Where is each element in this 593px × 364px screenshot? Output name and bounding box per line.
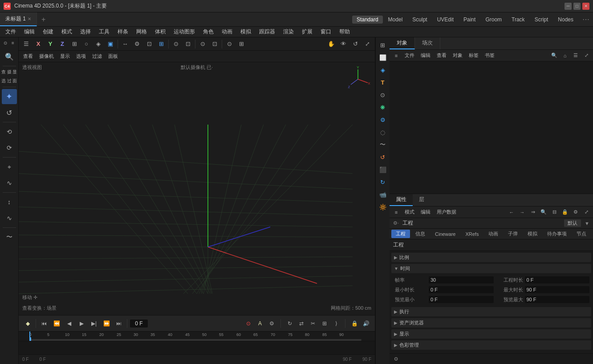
timeline-track[interactable]	[19, 341, 375, 354]
menu-window[interactable]: 窗口	[317, 27, 335, 36]
prop-val-premin[interactable]: 0 F	[429, 296, 494, 303]
vp-anim-btn[interactable]: ⊙	[170, 39, 182, 49]
mode-groom[interactable]: Groom	[481, 16, 506, 24]
prop-tb-settings[interactable]: ⚙	[571, 208, 581, 217]
sub-panel-btn[interactable]: 面板	[106, 52, 121, 61]
rt-deformer-icon[interactable]: ◌	[377, 126, 389, 138]
vp-ref-btn[interactable]: ◈	[93, 39, 104, 49]
vp-z-btn[interactable]: Z	[57, 39, 68, 49]
rt-text-icon[interactable]: T	[377, 77, 389, 88]
rt-viewport-icon[interactable]: ⊞	[377, 39, 389, 51]
vp-render-btn[interactable]: ⊙	[197, 39, 208, 49]
sub-cam-btn[interactable]: 摄像机	[37, 52, 57, 61]
snap-btn[interactable]: ⌖	[2, 159, 17, 174]
search-button[interactable]: 🔍	[2, 49, 17, 64]
tab-layer[interactable]: 层	[413, 194, 431, 206]
tl-sync2-btn[interactable]: ⇄	[296, 318, 307, 329]
prop-tb-edit[interactable]: 编辑	[418, 208, 433, 216]
mode-sculpt[interactable]: Sculpt	[408, 16, 431, 24]
prop-tb-lock[interactable]: 🔒	[560, 208, 570, 217]
rt-cube-icon[interactable]: ⬜	[377, 52, 389, 63]
filt-btn[interactable]: 过	[7, 77, 12, 85]
mode-uvedit[interactable]: UVEdit	[433, 16, 458, 24]
menu-animation[interactable]: 动画	[218, 27, 236, 36]
vp-rot-btn[interactable]: ⚙	[131, 39, 143, 49]
pnl-btn[interactable]: 面	[12, 77, 17, 85]
rt-spline-icon[interactable]: 〜	[377, 139, 389, 150]
menu-mode[interactable]: 模式	[58, 27, 76, 36]
prop-group-time-header[interactable]: ▼ 时间	[391, 264, 591, 273]
tl-settings-btn[interactable]: ⚙	[266, 318, 277, 329]
mode-standard[interactable]: Standard	[352, 16, 383, 24]
viewport[interactable]: .grid-line { stroke: #2a3a2a; stroke-wid…	[19, 62, 375, 315]
tl-lock-btn[interactable]: 🔒	[349, 318, 360, 329]
disp-btn[interactable]: 显	[12, 68, 17, 76]
menu-tracker[interactable]: 跟踪器	[256, 27, 279, 36]
prop-tb-menu[interactable]: ≡	[391, 208, 401, 217]
tab-close-icon[interactable]: ✕	[28, 16, 31, 21]
obj-tb-menu[interactable]: ≡	[391, 51, 401, 60]
tab-object[interactable]: 对象	[390, 37, 415, 49]
rotate-mode-btn[interactable]: ↺	[2, 105, 17, 120]
prop-group-asset-header[interactable]: ▶ 资产浏览器	[391, 318, 591, 328]
view-btn[interactable]: 查	[1, 68, 6, 76]
obj-tb-search[interactable]: 🔍	[549, 51, 559, 60]
vp-world-btn[interactable]: ⊞	[69, 39, 80, 49]
paint-btn[interactable]: ∿	[2, 175, 17, 190]
prop-mode-bullet[interactable]: 子弹	[504, 230, 522, 238]
mode-track[interactable]: Track	[507, 16, 529, 24]
obj-tb-layer[interactable]: ☰	[571, 51, 581, 60]
maximize-button[interactable]: □	[573, 3, 581, 10]
menu-character[interactable]: 角色	[199, 27, 217, 36]
menu-volume[interactable]: 体积	[151, 27, 169, 36]
menu-spline[interactable]: 样条	[114, 27, 132, 36]
tl-first-btn[interactable]: ⏮	[39, 318, 49, 329]
prop-mode-project[interactable]: 工程	[391, 230, 410, 238]
sub-filter-btn[interactable]: 过滤	[89, 52, 105, 61]
prop-val-projlen[interactable]: 0 F	[525, 276, 590, 283]
obj-tb-view[interactable]: 查看	[434, 51, 449, 60]
rt-scene-icon[interactable]: ⬛	[377, 164, 389, 175]
prop-bottom-icon[interactable]: ⊙	[391, 355, 400, 364]
vp-obj-btn[interactable]: ○	[81, 39, 92, 49]
tl-record-btn[interactable]: ⊙	[243, 318, 254, 329]
obj-tb-home[interactable]: ⌂	[560, 51, 570, 60]
tl-prev-frame-btn[interactable]: ◀	[64, 318, 74, 329]
scale-mode-btn[interactable]: ⟲	[2, 124, 17, 139]
prop-val-premax[interactable]: 90 F	[525, 296, 590, 303]
timeline-ruler[interactable]: 0 5 10 15 20 25 30 35 40 45 50 55 60 65 …	[19, 332, 375, 341]
prop-mode-simulate[interactable]: 模拟	[523, 230, 542, 238]
mode-paint[interactable]: Paint	[459, 16, 480, 24]
resize-btn[interactable]: ↕	[2, 194, 17, 210]
cam-btn[interactable]: 摄	[7, 68, 12, 76]
curve-btn[interactable]: ∿	[2, 210, 17, 226]
tl-auto-btn[interactable]: A	[255, 318, 265, 329]
vp-expand-btn[interactable]: ⤢	[361, 39, 373, 49]
prop-tb-forward2[interactable]: ⇒	[528, 208, 538, 217]
menu-mesh[interactable]: 网格	[133, 27, 150, 36]
vp-region-btn[interactable]: ⊡	[209, 39, 220, 49]
menu-edit[interactable]: 编辑	[20, 27, 38, 36]
prop-val-fps[interactable]: 30	[429, 276, 494, 283]
rt-gear-icon[interactable]: ⚙	[377, 114, 389, 125]
prop-mode-todo[interactable]: 待办事项	[543, 230, 571, 238]
menu-file[interactable]: 文件	[2, 27, 20, 36]
rt-flower-icon[interactable]: ❋	[377, 101, 389, 113]
obj-tb-file[interactable]: 文件	[402, 51, 417, 60]
tl-last-btn[interactable]: ⏭	[114, 318, 124, 329]
tl-paste-btn[interactable]: ⊞	[319, 318, 330, 329]
mode-script[interactable]: Script	[530, 16, 553, 24]
prop-tb-mode[interactable]: 模式	[402, 208, 417, 216]
prop-val-minlen[interactable]: 0 F	[429, 286, 494, 293]
obj-tb-tag[interactable]: 标签	[466, 51, 481, 60]
rt-camera-icon[interactable]: 📹	[377, 189, 389, 200]
prop-mode-xrefs[interactable]: XRefs	[461, 231, 483, 238]
rt-light-icon[interactable]: 🔆	[377, 201, 389, 213]
vp-scale-btn2[interactable]: ⊡	[143, 39, 155, 49]
vp-x-btn[interactable]: X	[32, 39, 44, 49]
menu-extend[interactable]: 扩展	[298, 27, 316, 36]
prop-mode-cineware[interactable]: Cineware	[431, 231, 460, 238]
smooth-btn[interactable]: 〜	[2, 230, 17, 245]
sub-options-btn[interactable]: 选项	[73, 52, 89, 61]
prop-mode-anim[interactable]: 动画	[484, 230, 503, 238]
